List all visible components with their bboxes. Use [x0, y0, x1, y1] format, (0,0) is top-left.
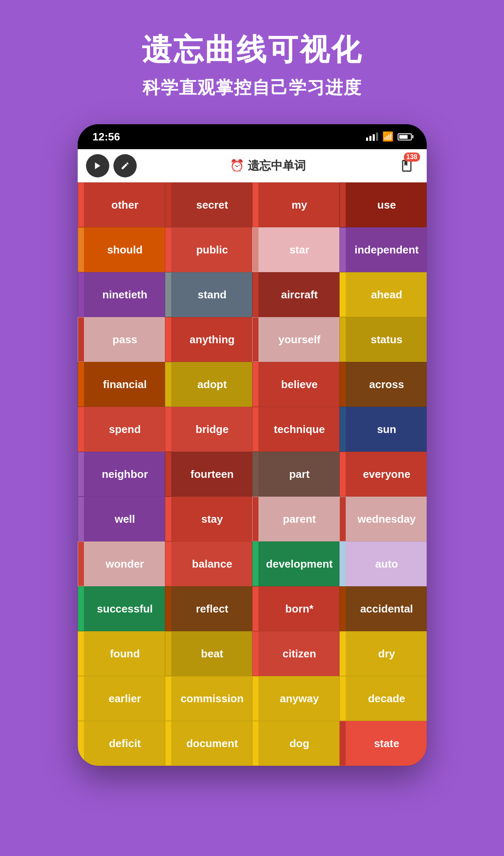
edit-button[interactable]	[113, 154, 137, 177]
word-cell[interactable]: should	[78, 227, 165, 272]
word-cell[interactable]: yourself	[252, 317, 339, 362]
word-cell[interactable]: other	[78, 182, 165, 227]
word-cell[interactable]: citizen	[252, 631, 339, 676]
wifi-icon: 📶	[382, 131, 393, 142]
notification-badge: 138	[404, 153, 420, 162]
word-cell[interactable]: independent	[339, 227, 427, 272]
word-cell[interactable]: secret	[165, 182, 252, 227]
word-cell[interactable]: anyway	[252, 676, 339, 721]
word-cell[interactable]: wonder	[78, 541, 165, 586]
play-button[interactable]	[86, 154, 109, 177]
time-display: 12:56	[93, 130, 120, 143]
word-cell[interactable]: technique	[252, 407, 339, 452]
word-cell[interactable]: part	[252, 452, 339, 497]
word-cell[interactable]: aircraft	[252, 272, 339, 317]
status-icons: 📶	[366, 131, 412, 142]
word-cell[interactable]: star	[252, 227, 339, 272]
svg-marker-0	[95, 162, 100, 169]
word-cell[interactable]: well	[78, 497, 165, 541]
book-button[interactable]: 138	[395, 154, 418, 177]
word-cell[interactable]: development	[252, 541, 339, 586]
word-cell[interactable]: document	[165, 721, 252, 766]
word-cell[interactable]: stand	[165, 272, 252, 317]
word-cell[interactable]: decade	[339, 676, 427, 721]
word-cell[interactable]: bridge	[165, 407, 252, 452]
word-grid: othersecretmyuseshouldpublicstarindepend…	[78, 182, 427, 766]
word-cell[interactable]: fourteen	[165, 452, 252, 497]
word-cell[interactable]: stay	[165, 497, 252, 541]
word-cell[interactable]: neighbor	[78, 452, 165, 497]
word-cell[interactable]: dry	[339, 631, 427, 676]
sub-title: 科学直观掌控自己学习进度	[142, 76, 363, 99]
word-cell[interactable]: anything	[165, 317, 252, 362]
word-cell[interactable]: deficit	[78, 721, 165, 766]
word-cell[interactable]: financial	[78, 362, 165, 407]
word-cell[interactable]: parent	[252, 497, 339, 541]
word-cell[interactable]: state	[339, 721, 427, 766]
word-cell[interactable]: across	[339, 362, 427, 407]
word-cell[interactable]: commission	[165, 676, 252, 721]
word-cell[interactable]: adopt	[165, 362, 252, 407]
word-cell[interactable]: my	[252, 182, 339, 227]
phone-mockup: 12:56 📶 ⏰ 遗忘中单词 138 otherse	[78, 124, 427, 766]
app-title: ⏰ 遗忘中单词	[141, 158, 395, 174]
status-bar: 12:56 📶	[78, 124, 427, 149]
word-cell[interactable]: found	[78, 631, 165, 676]
word-cell[interactable]: dog	[252, 721, 339, 766]
main-title: 遗忘曲线可视化	[142, 33, 363, 66]
word-cell[interactable]: beat	[165, 631, 252, 676]
word-cell[interactable]: spend	[78, 407, 165, 452]
app-toolbar: ⏰ 遗忘中单词 138	[78, 149, 427, 182]
word-cell[interactable]: accidental	[339, 586, 427, 631]
word-cell[interactable]: pass	[78, 317, 165, 362]
word-cell[interactable]: ahead	[339, 272, 427, 317]
battery-icon	[398, 133, 412, 140]
signal-icon	[366, 133, 378, 141]
word-cell[interactable]: wednesday	[339, 497, 427, 541]
word-cell[interactable]: balance	[165, 541, 252, 586]
word-cell[interactable]: use	[339, 182, 427, 227]
word-cell[interactable]: ninetieth	[78, 272, 165, 317]
word-cell[interactable]: successful	[78, 586, 165, 631]
word-cell[interactable]: earlier	[78, 676, 165, 721]
word-cell[interactable]: reflect	[165, 586, 252, 631]
word-cell[interactable]: everyone	[339, 452, 427, 497]
word-cell[interactable]: born*	[252, 586, 339, 631]
word-cell[interactable]: status	[339, 317, 427, 362]
header-section: 遗忘曲线可视化 科学直观掌控自己学习进度	[142, 33, 363, 99]
word-cell[interactable]: public	[165, 227, 252, 272]
word-cell[interactable]: auto	[339, 541, 427, 586]
word-cell[interactable]: sun	[339, 407, 427, 452]
word-cell[interactable]: believe	[252, 362, 339, 407]
